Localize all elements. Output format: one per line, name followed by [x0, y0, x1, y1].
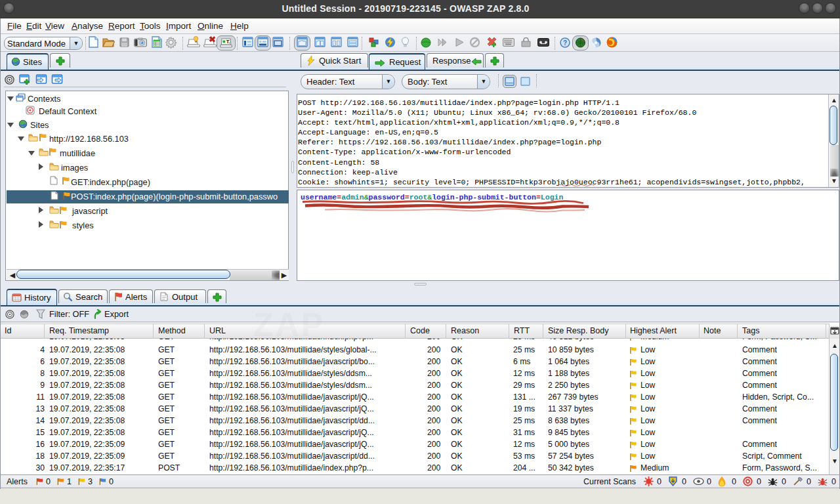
- svg-text:?: ?: [563, 39, 567, 47]
- svg-text:T.: T.: [226, 39, 230, 45]
